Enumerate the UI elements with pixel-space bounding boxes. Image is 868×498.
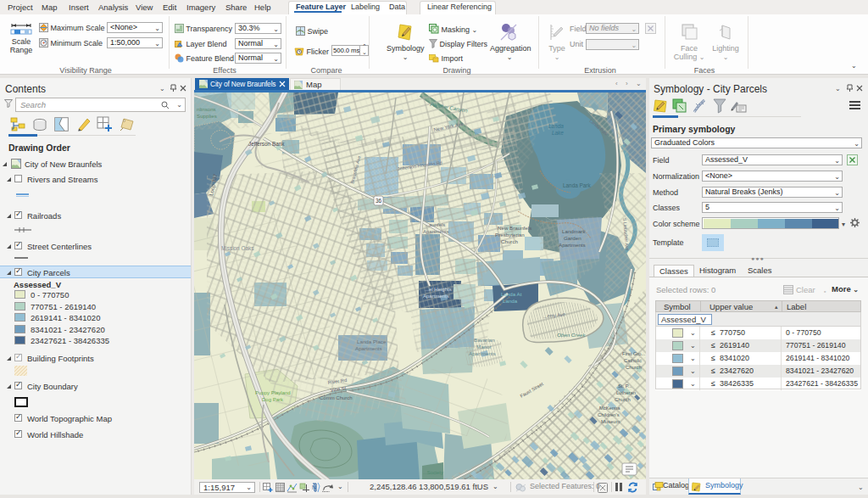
svg-text:Landa At: Landa At: [501, 291, 522, 297]
svg-text:Landa Park: Landa Park: [563, 182, 591, 188]
svg-text:Children's: Children's: [598, 412, 620, 417]
svg-text:Dog Park: Dog Park: [262, 397, 284, 402]
svg-text:Bavarian: Bavarian: [474, 337, 495, 343]
svg-text:Apartments: Apartments: [423, 229, 449, 234]
svg-text:Jefferson Bank: Jefferson Bank: [248, 141, 285, 147]
svg-text:First Gro...: First Gro...: [622, 351, 646, 356]
svg-text:Lake: Lake: [552, 130, 564, 136]
svg-text:St. P...: St. P...: [618, 383, 632, 389]
svg-text:Mission Oaks: Mission Oaks: [221, 245, 253, 251]
svg-text:Puppy Playland: Puppy Playland: [255, 390, 291, 395]
svg-text:...el Heights: ...el Heights: [425, 287, 452, 292]
svg-text:Apartments: Apartments: [469, 350, 496, 356]
svg-text:Church: Church: [615, 397, 631, 402]
svg-text:N: N: [312, 484, 316, 490]
svg-text:Church: Church: [626, 365, 642, 370]
svg-text:Lutheran: Lutheran: [616, 390, 636, 395]
svg-text:Apartments: Apartments: [355, 345, 382, 351]
svg-text:Church: Church: [501, 238, 519, 244]
svg-text:Landa: Landa: [503, 298, 518, 304]
svg-text:Supplies: Supplies: [197, 113, 217, 119]
svg-text:nlinsons: nlinsons: [197, 106, 216, 112]
svg-text:...aunfels: ...aunfels: [425, 222, 445, 227]
svg-text:Landmark: Landmark: [562, 228, 586, 234]
svg-text:Oben Creek: Oben Creek: [557, 332, 586, 338]
svg-text:Garden: Garden: [564, 235, 581, 241]
svg-text:New Braunfels: New Braunfels: [498, 225, 531, 231]
svg-text:Apartments: Apartments: [559, 242, 586, 248]
svg-text:36: 36: [376, 198, 382, 204]
svg-text:McKenna: McKenna: [599, 406, 620, 411]
svg-text:Museum: Museum: [601, 419, 620, 424]
svg-text:Apartments: Apartments: [423, 294, 449, 299]
svg-text:Landa: Landa: [548, 123, 564, 129]
svg-text:Landa Place: Landa Place: [357, 339, 387, 344]
svg-text:Catholic: Catholic: [624, 358, 642, 363]
svg-text:Presbyterian: Presbyterian: [495, 232, 525, 238]
svg-text:Comm Church: Comm Church: [320, 395, 353, 400]
svg-text:Manor: Manor: [476, 344, 492, 350]
svg-text:...Society: ...Society: [423, 470, 443, 475]
